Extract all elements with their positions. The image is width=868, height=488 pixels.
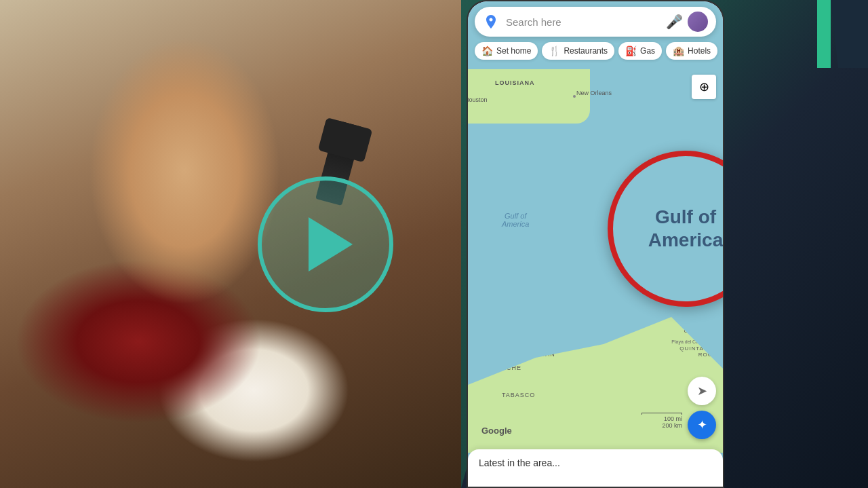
new-orleans-dot	[573, 95, 576, 98]
quintana-roo-label: QUINTANAROO	[679, 345, 713, 358]
houston-label: Houston	[468, 96, 488, 103]
gulf-of-america-label: Gulf ofAmerica	[502, 212, 529, 228]
layers-button[interactable]: ⊕	[692, 75, 716, 99]
play-triangle-icon	[309, 217, 353, 271]
tabasco-label: TABASCO	[502, 392, 535, 398]
hotels-icon: 🏨	[673, 45, 684, 56]
gulf-magnified-text: Gulf ofAmerica	[648, 206, 723, 251]
play-button[interactable]	[258, 176, 393, 312]
quick-actions-bar: 🏠 Set home 🍴 Restaurants ⛽ Gas 🏨 Hotels	[475, 42, 716, 60]
user-avatar[interactable]	[688, 12, 708, 32]
yucatan-label: YUCATAN	[522, 351, 555, 358]
latest-bar-text: Latest in the area...	[479, 457, 560, 468]
google-maps-icon	[483, 14, 499, 30]
merida-label: Merida	[515, 341, 534, 348]
compass-icon: ✦	[697, 417, 707, 432]
location-arrow-icon: ➤	[697, 383, 707, 398]
set-home-label: Set home	[496, 46, 531, 56]
scale-label-km: 200 km	[642, 422, 682, 429]
google-watermark: Google	[481, 426, 512, 436]
set-home-button[interactable]: 🏠 Set home	[475, 42, 538, 60]
home-icon: 🏠	[481, 45, 493, 56]
playa-del-carmen-label: Playa del Carmen	[671, 339, 709, 344]
hotels-label: Hotels	[688, 46, 711, 56]
location-button[interactable]: ➤	[688, 377, 716, 405]
restaurants-button[interactable]: 🍴 Restaurants	[542, 42, 614, 60]
gas-button[interactable]: ⛽ Gas	[618, 42, 662, 60]
huffpost-logo	[814, 0, 868, 68]
louisiana-label: LOUISIANA	[495, 79, 535, 86]
new-orleans-label: New Orleans	[576, 90, 612, 96]
search-bar[interactable]: Search here 🎤	[475, 7, 716, 37]
scale-line	[642, 413, 682, 415]
gas-icon: ⛽	[625, 45, 637, 56]
hotels-button[interactable]: 🏨 Hotels	[666, 42, 717, 60]
cancun-label: Cancún	[684, 328, 703, 334]
phone-screen: LOUISIANA New Orleans Houston Gulf ofAme…	[468, 1, 723, 487]
gas-label: Gas	[640, 46, 655, 56]
phone-frame: LOUISIANA New Orleans Houston Gulf ofAme…	[467, 0, 724, 488]
restaurants-label: Restaurants	[564, 46, 608, 56]
latest-in-area-bar[interactable]: Latest in the area...	[468, 449, 723, 487]
scale-bar: 100 mi 200 km	[642, 413, 682, 429]
restaurants-icon: 🍴	[549, 45, 560, 56]
microphone-icon[interactable]: 🎤	[666, 14, 682, 30]
search-input[interactable]: Search here	[506, 16, 666, 28]
campeche-label: CAMPECHE	[481, 364, 521, 371]
navigation-button[interactable]: ✦	[688, 411, 716, 439]
huffpost-dark-bar	[831, 0, 868, 68]
scale-label-miles: 100 mi	[642, 415, 682, 422]
huffpost-green-bar	[817, 0, 831, 68]
layers-icon: ⊕	[699, 79, 709, 94]
